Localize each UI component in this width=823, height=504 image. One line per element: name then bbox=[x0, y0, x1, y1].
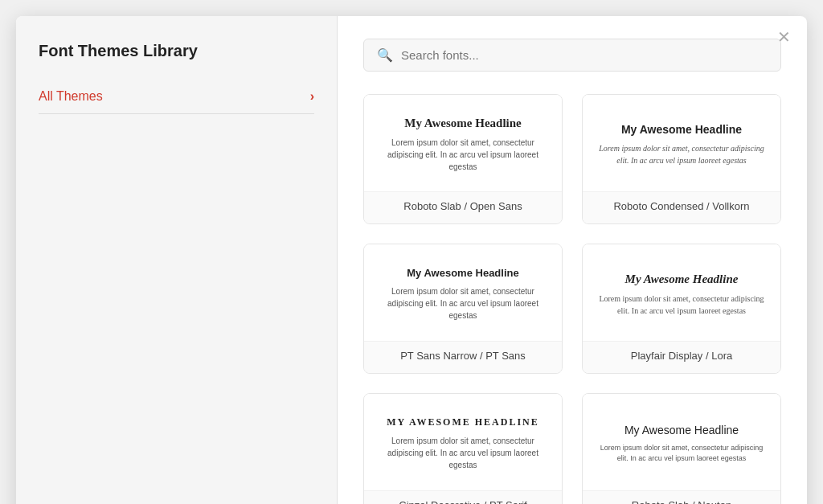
sidebar-item-label: All Themes bbox=[39, 89, 103, 104]
search-input[interactable] bbox=[401, 48, 768, 62]
font-name: Roboto Condensed / Vollkorn bbox=[583, 191, 780, 223]
font-name: Playfair Display / Lora bbox=[583, 341, 780, 373]
preview-headline: My Awesome Headline bbox=[597, 424, 766, 436]
font-preview: My Awesome Headline Lorem ipsum dolor si… bbox=[583, 244, 780, 341]
font-card-pt-sans-narrow-pt-sans[interactable]: My Awesome Headline Lorem ipsum dolor si… bbox=[363, 244, 563, 374]
preview-headline: My Awesome Headline bbox=[597, 272, 766, 286]
font-name: PT Sans Narrow / PT Sans bbox=[364, 341, 562, 373]
preview-headline: My Awesome Headline bbox=[379, 117, 547, 130]
font-name: Cinzel Decorative / PT Serif bbox=[364, 490, 562, 504]
preview-body: Lorem ipsum dolor sit amet, consectetur … bbox=[597, 293, 766, 317]
font-preview: My Awesome Headline Lorem ipsum dolor si… bbox=[364, 95, 562, 191]
preview-headline: My Awesome Headline bbox=[379, 416, 547, 428]
preview-body: Lorem ipsum dolor sit amet, consectetur … bbox=[379, 137, 547, 173]
search-bar[interactable]: 🔍 bbox=[363, 39, 781, 72]
main-content: 🔍 My Awesome Headline Lorem ipsum dolor … bbox=[338, 16, 807, 504]
preview-headline: My Awesome Headline bbox=[597, 123, 766, 136]
sidebar: Font Themes Library All Themes › bbox=[16, 16, 338, 504]
font-name: Roboto Slab / Neuton bbox=[583, 490, 780, 504]
font-preview: My Awesome Headline Lorem ipsum dolor si… bbox=[364, 394, 562, 490]
font-card-roboto-slab-open-sans[interactable]: My Awesome Headline Lorem ipsum dolor si… bbox=[363, 94, 563, 224]
preview-body: Lorem ipsum dolor sit amet, consectetur … bbox=[597, 443, 766, 465]
font-preview: My Awesome Headline Lorem ipsum dolor si… bbox=[583, 95, 780, 191]
close-button[interactable]: ✕ bbox=[777, 29, 791, 45]
font-card-roboto-slab-neuton[interactable]: My Awesome Headline Lorem ipsum dolor si… bbox=[582, 393, 781, 504]
search-icon: 🔍 bbox=[377, 47, 393, 63]
preview-headline: My Awesome Headline bbox=[379, 267, 547, 279]
font-card-playfair-display-lora[interactable]: My Awesome Headline Lorem ipsum dolor si… bbox=[582, 244, 781, 374]
preview-body: Lorem ipsum dolor sit amet, consectetur … bbox=[379, 285, 547, 322]
preview-body: Lorem ipsum dolor sit amet, consectetur … bbox=[379, 435, 547, 471]
font-themes-modal: ✕ Font Themes Library All Themes › 🔍 My … bbox=[16, 16, 807, 504]
chevron-right-icon: › bbox=[310, 89, 314, 104]
font-card-cinzel-decorative-pt-serif[interactable]: My Awesome Headline Lorem ipsum dolor si… bbox=[363, 393, 563, 504]
font-name: Roboto Slab / Open Sans bbox=[364, 191, 562, 223]
font-card-roboto-condensed-vollkorn[interactable]: My Awesome Headline Lorem ipsum dolor si… bbox=[582, 94, 781, 224]
font-grid: My Awesome Headline Lorem ipsum dolor si… bbox=[363, 94, 781, 504]
sidebar-title: Font Themes Library bbox=[39, 42, 314, 60]
font-preview: My Awesome Headline Lorem ipsum dolor si… bbox=[364, 244, 562, 341]
sidebar-item-all-themes[interactable]: All Themes › bbox=[39, 86, 314, 114]
font-preview: My Awesome Headline Lorem ipsum dolor si… bbox=[583, 394, 780, 490]
preview-body: Lorem ipsum dolor sit amet, consectetur … bbox=[597, 142, 766, 166]
